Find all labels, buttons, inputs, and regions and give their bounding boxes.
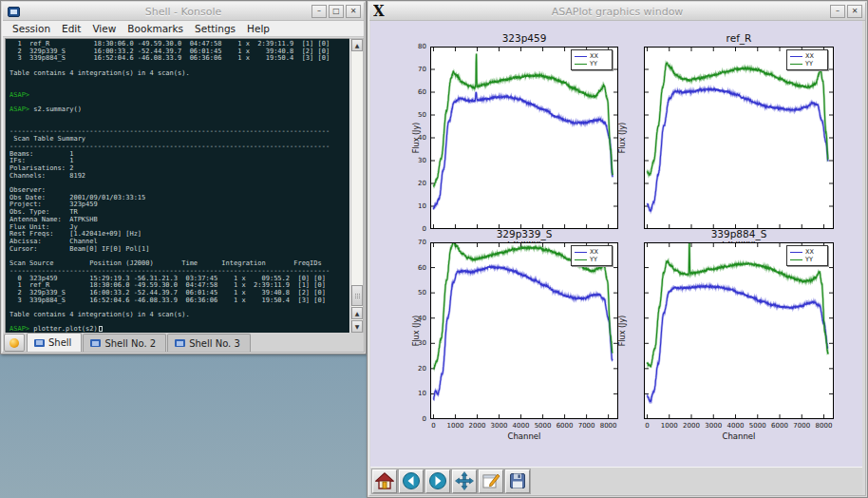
legend-label: XX — [805, 53, 814, 60]
configure-subplots-button[interactable] — [479, 469, 503, 493]
close-button[interactable]: ✕ — [847, 5, 862, 18]
asaplot-titlebar[interactable]: X ASAPlot graphics window – ✕ — [369, 3, 865, 21]
scroll-up2-icon[interactable]: ▲ — [351, 307, 363, 319]
ytick-label: 10 — [402, 202, 426, 210]
configure-subplots-icon — [481, 471, 500, 490]
terminal-cursor — [99, 326, 103, 332]
legend-line-sample — [575, 64, 587, 65]
subplot-axes[interactable] — [644, 47, 834, 229]
ytick-label: 70 — [402, 239, 426, 246]
terminal-line: Channels: 8192 — [9, 173, 349, 181]
terminal-text: 1 ref_R 18:30:06.0 -49.59.30.0 04:47:58 … — [6, 39, 349, 334]
thumb-grip-icon — [355, 294, 356, 295]
terminal-scrollbar[interactable]: ▲ ▲ ▼ — [350, 38, 364, 334]
menu-item-view[interactable]: View — [86, 22, 122, 35]
legend-label: YY — [805, 61, 813, 67]
home-button[interactable] — [372, 469, 397, 493]
tab-shell[interactable]: Shell — [27, 333, 82, 352]
y-axis-label: Flux (Jy) — [412, 105, 422, 171]
forward-button[interactable] — [425, 469, 450, 493]
ytick-label: 50 — [402, 289, 426, 297]
subplot-axes[interactable] — [430, 242, 618, 419]
asaplot-window: X ASAPlot graphics window – ✕ 323p459010… — [367, 0, 868, 498]
terminal-line: 3 339p884_S 16:52:04.6 -46.08.33.9 06:36… — [9, 55, 349, 63]
xtick-label: 8000 — [594, 422, 624, 430]
menu-item-session[interactable]: Session — [7, 22, 56, 35]
back-arrow-icon — [402, 471, 421, 490]
ytick-label: 80 — [402, 43, 426, 50]
menu-item-help[interactable]: Help — [241, 22, 275, 35]
terminal-line: ASAP> s2.summary() — [9, 106, 349, 114]
subplot-title: 339p884_S — [644, 228, 834, 239]
legend: XXYY — [786, 49, 828, 70]
plot-canvas[interactable]: 323p45901020304050607080Flux (Jy)Channel… — [370, 21, 862, 468]
close-button[interactable]: ✕ — [346, 5, 361, 18]
back-button[interactable] — [399, 469, 424, 493]
terminal-line: 3 339p884_S 16:52:04.6 -46.08.33.9 06:36… — [9, 297, 349, 305]
terminal-line: Cursor: Beam[0] IF[0] Pol[1] — [9, 246, 349, 254]
legend: XXYY — [571, 49, 613, 70]
y-axis-label: Flux (Jy) — [412, 297, 422, 364]
scroll-down-icon[interactable]: ▼ — [351, 320, 363, 333]
menu-item-bookmarks[interactable]: Bookmarks — [122, 22, 189, 35]
konsole-window: Shell - Konsole – □ ✕ SessionEditViewBoo… — [0, 0, 367, 354]
plot-toolbar — [370, 467, 862, 494]
save-icon — [508, 471, 527, 490]
legend-label: YY — [590, 61, 597, 67]
y-axis-label: Flux (Jy) — [618, 297, 628, 364]
ytick-label: 0 — [402, 225, 426, 233]
x-axis-label: Channel — [644, 431, 834, 441]
subplot-axes[interactable] — [644, 242, 834, 419]
konsole-window-title: Shell - Konsole — [3, 6, 364, 18]
konsole-menubar: SessionEditViewBookmarksSettingsHelp — [3, 21, 364, 37]
menu-item-edit[interactable]: Edit — [56, 22, 86, 35]
new-session-button[interactable] — [4, 334, 25, 352]
legend-label: XX — [805, 249, 814, 256]
legend: XXYY — [786, 245, 828, 266]
konsole-titlebar[interactable]: Shell - Konsole – □ ✕ — [3, 3, 364, 21]
subplot-title: ref_R — [644, 32, 834, 44]
legend-label: XX — [590, 249, 598, 256]
legend-entry: YY — [790, 60, 824, 67]
new-session-icon — [9, 338, 19, 348]
konsole-tabbar: ShellShell No. 2Shell No. 3 — [3, 333, 364, 352]
ytick-label: 60 — [402, 264, 426, 272]
subplot-title: 323p459 — [430, 32, 618, 44]
legend-entry: XX — [790, 248, 824, 256]
minimize-button[interactable]: – — [830, 5, 845, 18]
legend-label: XX — [590, 53, 598, 60]
legend-line-sample — [790, 252, 802, 253]
terminal-area[interactable]: 1 ref_R 18:30:06.0 -49.59.30.0 04:47:58 … — [5, 38, 350, 334]
tab-shell-no-2[interactable]: Shell No. 2 — [83, 334, 166, 352]
legend-entry: XX — [575, 248, 609, 256]
legend-line-sample — [575, 56, 587, 57]
shell-icon — [175, 339, 185, 347]
scroll-up-icon[interactable]: ▲ — [351, 39, 363, 51]
home-icon — [375, 471, 394, 490]
ytick-label: 60 — [402, 88, 426, 96]
maximize-button[interactable]: □ — [329, 5, 344, 18]
forward-arrow-icon — [428, 471, 447, 490]
legend-line-sample — [790, 259, 802, 260]
terminal-line: ASAP> — [9, 92, 349, 100]
legend-entry: XX — [575, 52, 609, 60]
legend-entry: YY — [575, 60, 609, 67]
tab-label: Shell No. 2 — [104, 338, 156, 349]
menu-item-settings[interactable]: Settings — [189, 22, 241, 35]
subplot-axes[interactable] — [430, 47, 618, 229]
legend-label: YY — [805, 257, 813, 263]
minimize-button[interactable]: – — [311, 5, 327, 18]
ytick-label: 20 — [402, 180, 426, 187]
legend-entry: YY — [790, 256, 824, 263]
x-axis-label: Channel — [430, 431, 618, 441]
pan-button[interactable] — [452, 469, 477, 493]
shell-icon — [34, 339, 45, 347]
save-button[interactable] — [505, 469, 530, 493]
tab-shell-no-3[interactable]: Shell No. 3 — [167, 334, 251, 352]
terminal-line — [9, 78, 349, 86]
xtick-label: 8000 — [809, 422, 840, 430]
terminal-line: Table contains 4 integration(s) in 4 sca… — [9, 312, 349, 319]
scrollbar-thumb[interactable] — [351, 285, 363, 306]
legend-line-sample — [575, 259, 587, 260]
terminal-line — [9, 85, 349, 92]
